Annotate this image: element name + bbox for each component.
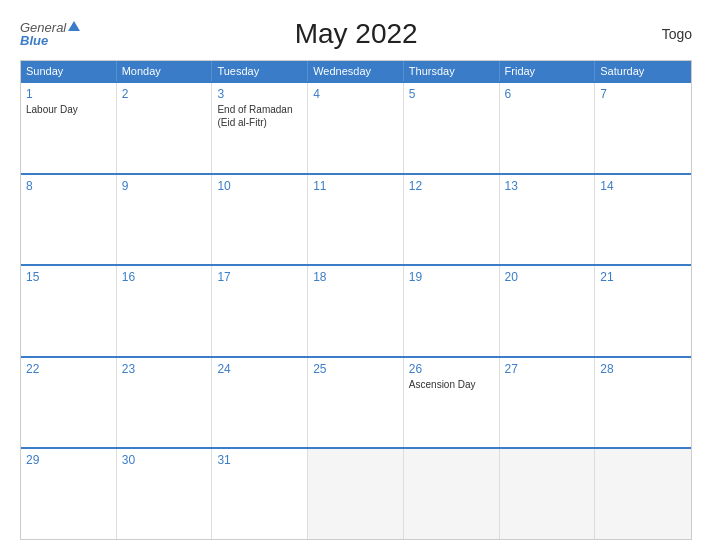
day-20: 20 <box>500 266 596 356</box>
day-23: 23 <box>117 358 213 448</box>
day-15: 15 <box>21 266 117 356</box>
day-9: 9 <box>117 175 213 265</box>
header-friday: Friday <box>500 61 596 81</box>
day-14: 14 <box>595 175 691 265</box>
day-2: 2 <box>117 83 213 173</box>
calendar-header: Sunday Monday Tuesday Wednesday Thursday… <box>21 61 691 81</box>
day-3: 3 End of Ramadan(Eid al-Fitr) <box>212 83 308 173</box>
day-empty-4 <box>595 449 691 539</box>
header-thursday: Thursday <box>404 61 500 81</box>
calendar-title: May 2022 <box>80 18 632 50</box>
day-30: 30 <box>117 449 213 539</box>
logo-triangle-icon <box>68 21 80 31</box>
day-13: 13 <box>500 175 596 265</box>
day-empty-1 <box>308 449 404 539</box>
day-26: 26 Ascension Day <box>404 358 500 448</box>
day-8: 8 <box>21 175 117 265</box>
week-4: 22 23 24 25 26 Ascension Day 27 <box>21 356 691 448</box>
day-empty-3 <box>500 449 596 539</box>
day-7: 7 <box>595 83 691 173</box>
header-saturday: Saturday <box>595 61 691 81</box>
page: General Blue May 2022 Togo Sunday Monday… <box>0 0 712 550</box>
week-1: 1 Labour Day 2 3 End of Ramadan(Eid al-F… <box>21 81 691 173</box>
day-28: 28 <box>595 358 691 448</box>
header-monday: Monday <box>117 61 213 81</box>
day-empty-2 <box>404 449 500 539</box>
day-18: 18 <box>308 266 404 356</box>
week-3: 15 16 17 18 19 20 21 <box>21 264 691 356</box>
week-2: 8 9 10 11 12 13 14 <box>21 173 691 265</box>
country-label: Togo <box>632 26 692 42</box>
week-5: 29 30 31 <box>21 447 691 539</box>
header-tuesday: Tuesday <box>212 61 308 81</box>
day-25: 25 <box>308 358 404 448</box>
logo: General Blue <box>20 21 80 47</box>
day-19: 19 <box>404 266 500 356</box>
day-10: 10 <box>212 175 308 265</box>
day-31: 31 <box>212 449 308 539</box>
calendar: Sunday Monday Tuesday Wednesday Thursday… <box>20 60 692 540</box>
header: General Blue May 2022 Togo <box>20 18 692 50</box>
header-wednesday: Wednesday <box>308 61 404 81</box>
logo-blue-text: Blue <box>20 34 80 47</box>
day-12: 12 <box>404 175 500 265</box>
calendar-body: 1 Labour Day 2 3 End of Ramadan(Eid al-F… <box>21 81 691 539</box>
day-5: 5 <box>404 83 500 173</box>
day-27: 27 <box>500 358 596 448</box>
day-1: 1 Labour Day <box>21 83 117 173</box>
day-11: 11 <box>308 175 404 265</box>
day-24: 24 <box>212 358 308 448</box>
day-4: 4 <box>308 83 404 173</box>
day-29: 29 <box>21 449 117 539</box>
day-6: 6 <box>500 83 596 173</box>
day-17: 17 <box>212 266 308 356</box>
day-16: 16 <box>117 266 213 356</box>
day-21: 21 <box>595 266 691 356</box>
day-22: 22 <box>21 358 117 448</box>
header-sunday: Sunday <box>21 61 117 81</box>
